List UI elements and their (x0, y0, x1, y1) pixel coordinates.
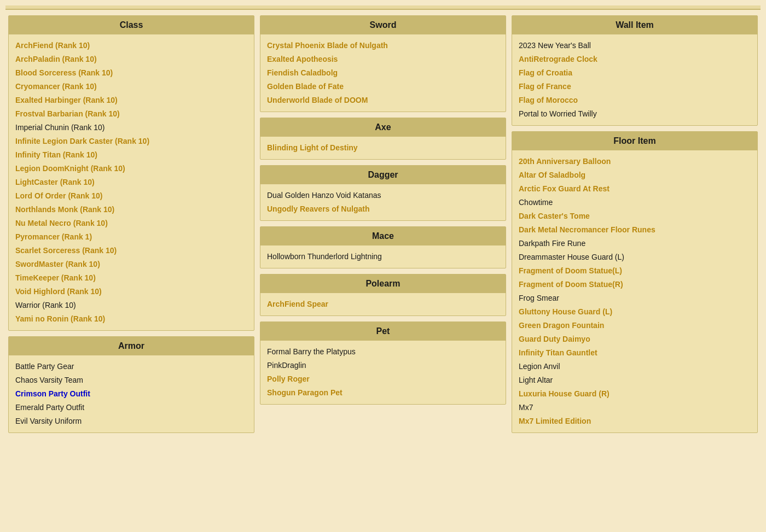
list-item[interactable]: Battle Party Gear (15, 360, 247, 373)
list-item[interactable]: Dual Golden Hanzo Void Katanas (267, 189, 499, 202)
list-item[interactable]: Flag of France (519, 80, 751, 93)
list-item[interactable]: PinkDraglin (267, 359, 499, 372)
list-item[interactable]: Lord Of Order (Rank 10) (15, 189, 247, 203)
list-item[interactable]: 2023 New Year's Ball (519, 39, 751, 52)
list-item[interactable]: Ungodly Reavers of Nulgath (267, 202, 499, 216)
section-floor-item: Floor Item20th Anniversary BalloonAltar … (512, 131, 758, 433)
list-item[interactable]: Northlands Monk (Rank 10) (15, 203, 247, 217)
list-item[interactable]: Crystal Phoenix Blade of Nulgath (267, 39, 499, 52)
list-item[interactable]: Golden Blade of Fate (267, 80, 499, 93)
list-item[interactable]: Gluttony House Guard (L) (519, 305, 751, 319)
list-item[interactable]: Pyromancer (Rank 1) (15, 230, 247, 244)
list-item[interactable]: Portal to Worried Twilly (519, 107, 751, 121)
list-item[interactable]: Cryomancer (Rank 10) (15, 80, 247, 93)
list-item[interactable]: Dark Caster's Tome (519, 209, 751, 223)
list-item[interactable]: Infinite Legion Dark Caster (Rank 10) (15, 135, 247, 148)
list-item[interactable]: LightCaster (Rank 10) (15, 176, 247, 189)
list-item[interactable]: Frostval Barbarian (Rank 10) (15, 107, 247, 121)
list-item[interactable]: Exalted Apotheosis (267, 52, 499, 66)
list-item[interactable]: Mx7 Limited Edition (519, 414, 751, 428)
section-body-armor: Battle Party GearChaos Varsity TeamCrims… (9, 355, 254, 432)
list-item[interactable]: ArchFiend (Rank 10) (15, 39, 247, 52)
section-armor: ArmorBattle Party GearChaos Varsity Team… (8, 336, 254, 433)
section-body-pet: Formal Barry the PlatypusPinkDraglinPoll… (260, 341, 506, 404)
list-item[interactable]: Chowtime (519, 196, 751, 209)
section-header-dagger: Dagger (260, 166, 506, 184)
list-item[interactable]: Guard Duty Daimyo (519, 332, 751, 346)
list-item[interactable]: Mx7 (519, 401, 751, 414)
list-item[interactable]: Fragment of Doom Statue(L) (519, 264, 751, 278)
section-mace: MaceHollowborn Thunderlord Lightning (260, 226, 506, 268)
list-item[interactable]: Green Dragon Fountain (519, 319, 751, 332)
list-item[interactable]: Chaos Varsity Team (15, 373, 247, 387)
section-header-sword: Sword (260, 16, 506, 34)
section-header-axe: Axe (260, 118, 506, 137)
list-item[interactable]: Exalted Harbinger (Rank 10) (15, 93, 247, 107)
list-item[interactable]: Flag of Morocco (519, 93, 751, 107)
section-body-class: ArchFiend (Rank 10)ArchPaladin (Rank 10)… (9, 34, 254, 330)
list-item[interactable]: Fragment of Doom Statue(R) (519, 278, 751, 291)
list-item[interactable]: AntiRetrograde Clock (519, 52, 751, 66)
list-item[interactable]: Arctic Fox Guard At Rest (519, 182, 751, 196)
section-body-floor-item: 20th Anniversary BalloonAltar Of Saladbo… (512, 150, 757, 432)
section-header-polearm: Polearm (260, 274, 506, 293)
list-item[interactable]: Fiendish Caladbolg (267, 66, 499, 80)
section-body-axe: Blinding Light of Destiny (260, 137, 506, 159)
section-header-wall-item: Wall Item (512, 16, 757, 34)
list-item[interactable]: Infinity Titan Gauntlet (519, 346, 751, 360)
list-item[interactable]: Dreammaster House Guard (L) (519, 250, 751, 264)
section-body-mace: Hollowborn Thunderlord Lightning (260, 245, 506, 268)
section-body-polearm: ArchFiend Spear (260, 293, 506, 315)
columns-container: ClassArchFiend (Rank 10)ArchPaladin (Ran… (5, 15, 761, 433)
list-item[interactable]: Nu Metal Necro (Rank 10) (15, 217, 247, 230)
section-header-mace: Mace (260, 227, 506, 245)
list-item[interactable]: Blinding Light of Destiny (267, 141, 499, 155)
column-0: ClassArchFiend (Rank 10)ArchPaladin (Ran… (8, 15, 254, 433)
section-sword: SwordCrystal Phoenix Blade of NulgathExa… (260, 15, 506, 112)
list-item[interactable]: Flag of Croatia (519, 66, 751, 80)
column-1: SwordCrystal Phoenix Blade of NulgathExa… (260, 15, 506, 433)
list-item[interactable]: Luxuria House Guard (R) (519, 387, 751, 401)
section-body-sword: Crystal Phoenix Blade of NulgathExalted … (260, 34, 506, 112)
list-item[interactable]: Light Altar (519, 373, 751, 387)
list-item[interactable]: Warrior (Rank 10) (15, 299, 247, 312)
list-item[interactable]: Blood Sorceress (Rank 10) (15, 66, 247, 80)
list-item[interactable]: Hollowborn Thunderlord Lightning (267, 250, 499, 264)
list-item[interactable]: Emerald Party Outfit (15, 401, 247, 414)
list-item[interactable]: Scarlet Sorceress (Rank 10) (15, 244, 247, 258)
page-wrapper: ClassArchFiend (Rank 10)ArchPaladin (Ran… (0, 0, 766, 532)
list-item[interactable]: Imperial Chunin (Rank 10) (15, 121, 247, 135)
list-item[interactable]: Dark Metal Necromancer Floor Runes (519, 223, 751, 237)
list-item[interactable]: Legion Anvil (519, 360, 751, 373)
list-item[interactable]: Legion DoomKnight (Rank 10) (15, 162, 247, 176)
top-bar (5, 5, 761, 10)
list-item[interactable]: SwordMaster (Rank 10) (15, 258, 247, 271)
section-header-armor: Armor (9, 337, 254, 355)
section-header-pet: Pet (260, 322, 506, 341)
section-polearm: PolearmArchFiend Spear (260, 274, 506, 316)
list-item[interactable]: ArchFiend Spear (267, 297, 499, 311)
list-item[interactable]: ArchPaladin (Rank 10) (15, 52, 247, 66)
list-item[interactable]: Darkpath Fire Rune (519, 237, 751, 250)
section-header-class: Class (9, 16, 254, 34)
section-pet: PetFormal Barry the PlatypusPinkDraglinP… (260, 321, 506, 405)
section-dagger: DaggerDual Golden Hanzo Void KatanasUngo… (260, 165, 506, 221)
list-item[interactable]: Polly Roger (267, 372, 499, 386)
list-item[interactable]: Evil Varsity Uniform (15, 414, 247, 428)
list-item[interactable]: Altar Of Saladbolg (519, 168, 751, 182)
section-axe: AxeBlinding Light of Destiny (260, 118, 506, 160)
list-item[interactable]: Underworld Blade of DOOM (267, 93, 499, 107)
list-item[interactable]: Frog Smear (519, 291, 751, 305)
column-2: Wall Item2023 New Year's BallAntiRetrogr… (512, 15, 758, 433)
section-body-wall-item: 2023 New Year's BallAntiRetrograde Clock… (512, 34, 757, 125)
list-item[interactable]: Infinity Titan (Rank 10) (15, 148, 247, 162)
list-item[interactable]: Crimson Party Outfit (15, 387, 247, 401)
list-item[interactable]: TimeKeeper (Rank 10) (15, 271, 247, 285)
list-item[interactable]: Shogun Paragon Pet (267, 386, 499, 400)
list-item[interactable]: Yami no Ronin (Rank 10) (15, 312, 247, 326)
list-item[interactable]: Void Highlord (Rank 10) (15, 285, 247, 299)
section-body-dagger: Dual Golden Hanzo Void KatanasUngodly Re… (260, 184, 506, 220)
list-item[interactable]: 20th Anniversary Balloon (519, 155, 751, 168)
section-class: ClassArchFiend (Rank 10)ArchPaladin (Ran… (8, 15, 254, 331)
list-item[interactable]: Formal Barry the Platypus (267, 345, 499, 359)
